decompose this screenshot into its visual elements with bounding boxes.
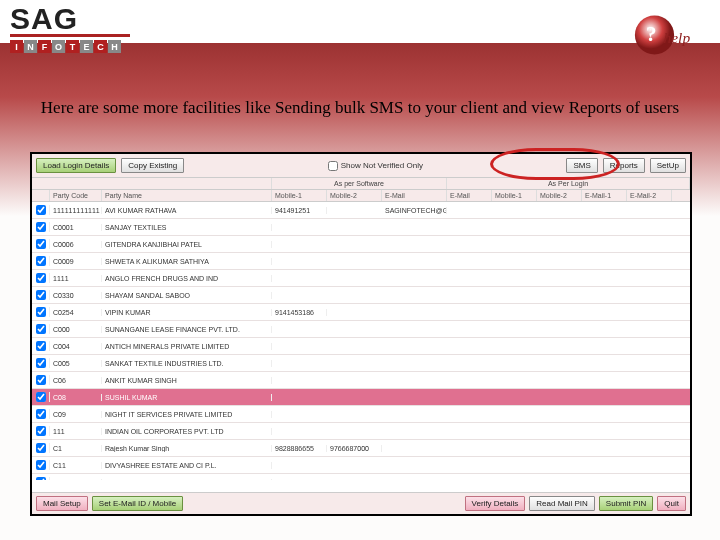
table-row[interactable]: C11DIVYASHREE ESTATE AND CI P.L. [32,457,690,474]
cell: C0009 [50,258,102,265]
col-mobile2b: Mobile-2 [537,190,582,201]
group-header-row: As per Software As Per Login [32,178,690,190]
load-login-button[interactable]: Load Login Details [36,158,116,173]
read-mail-pin-button[interactable]: Read Mail PIN [529,496,595,511]
cell: SUSHIL KUMAR [102,394,272,401]
quit-button[interactable]: Quit [657,496,686,511]
infotech-letter: I [10,40,23,53]
row-checkbox[interactable] [36,341,46,351]
table-row[interactable]: C004ANTICH MINERALS PRIVATE LIMITED [32,338,690,355]
cell [32,358,50,368]
cell [32,324,50,334]
cell: 111 [50,428,102,435]
cell: C12 [50,479,102,481]
help-label: help [664,29,691,46]
cell [32,273,50,283]
infotech-strip: INFOTECH [10,40,130,53]
cell: SANKAT TEXTILE INDUSTRIES LTD. [102,360,272,367]
cell: SHWETA K ALIKUMAR SATHIYA [102,258,272,265]
app-window: Load Login Details Copy Existing Show No… [30,152,692,516]
setup-button[interactable]: SetUp [650,158,686,173]
row-checkbox[interactable] [36,324,46,334]
table-row[interactable]: C0009SHWETA K ALIKUMAR SATHIYA [32,253,690,270]
col-party-code: Party Code [50,190,102,201]
cell [32,205,50,215]
group-login: As Per Login [447,178,690,189]
row-checkbox[interactable] [36,256,46,266]
col-email-b: E-Mail [447,190,492,201]
verify-details-button[interactable]: Verify Details [465,496,526,511]
row-checkbox[interactable] [36,273,46,283]
row-checkbox[interactable] [36,443,46,453]
table-row[interactable]: C0330SHAYAM SANDAL SABOO [32,287,690,304]
cell: C09 [50,411,102,418]
table-row[interactable]: C0006GITENDRA KANJIBHAI PATEL [32,236,690,253]
cell [32,239,50,249]
cell: 941491251 [272,207,327,214]
cell [32,477,50,480]
row-checkbox[interactable] [36,222,46,232]
col-email2b: E-Mail-2 [627,190,672,201]
data-grid[interactable]: 111111111111AVI KUMAR RATHAVA941491251SA… [32,202,690,480]
table-row[interactable]: C005SANKAT TEXTILE INDUSTRIES LTD. [32,355,690,372]
mail-setup-button[interactable]: Mail Setup [36,496,88,511]
table-row[interactable]: C1Rajesh Kumar Singh98288866559766687000 [32,440,690,457]
column-headers: Party Code Party Name Mobile-1 Mobile-2 … [32,190,690,202]
svg-text:?: ? [646,22,657,46]
infotech-letter: N [24,40,37,53]
cell: C1 [50,445,102,452]
cell [32,341,50,351]
table-row[interactable]: C12YASH-NIAK JOINT VENTURE [32,474,690,480]
row-checkbox[interactable] [36,205,46,215]
cell: SUNANGANE LEASE FINANCE PVT. LTD. [102,326,272,333]
cell: SAGINFOTECH@GMAIL. [382,207,447,214]
table-row[interactable]: C08SUSHIL KUMAR [32,389,690,406]
row-checkbox[interactable] [36,392,46,402]
cell: AVI KUMAR RATHAVA [102,207,272,214]
cell [32,409,50,419]
row-checkbox[interactable] [36,477,46,480]
table-row[interactable]: 111111111111AVI KUMAR RATHAVA941491251SA… [32,202,690,219]
cell: DIVYASHREE ESTATE AND CI P.L. [102,462,272,469]
cell: C004 [50,343,102,350]
table-row[interactable]: C000SUNANGANE LEASE FINANCE PVT. LTD. [32,321,690,338]
col-mobile2: Mobile-2 [327,190,382,201]
cell: C11 [50,462,102,469]
row-checkbox[interactable] [36,426,46,436]
table-row[interactable]: 111INDIAN OIL CORPORATES PVT. LTD [32,423,690,440]
cell: 1111 [50,275,102,282]
sms-button[interactable]: SMS [566,158,597,173]
cell: 111111111111 [50,207,102,214]
logo-text: SAG [10,4,130,37]
infotech-letter: F [38,40,51,53]
row-checkbox[interactable] [36,290,46,300]
reports-button[interactable]: Reports [603,158,645,173]
cell: 9766687000 [327,445,382,452]
row-checkbox[interactable] [36,409,46,419]
row-checkbox[interactable] [36,307,46,317]
table-row[interactable]: C0001SANJAY TEXTILES [32,219,690,236]
cell: C000 [50,326,102,333]
table-row[interactable]: C09NIGHT IT SERVICES PRIVATE LIMITED [32,406,690,423]
table-row[interactable]: C06ANKIT KUMAR SINGH [32,372,690,389]
show-not-verified-checkbox[interactable]: Show Not Verified Only [328,161,423,171]
cell: Rajesh Kumar Singh [102,445,272,452]
row-checkbox[interactable] [36,460,46,470]
row-checkbox[interactable] [36,239,46,249]
copy-existing-button[interactable]: Copy Existing [121,158,184,173]
cell: C0330 [50,292,102,299]
cell: ANGLO FRENCH DRUGS AND IND [102,275,272,282]
cell [32,426,50,436]
set-email-mobile-button[interactable]: Set E-Mail ID / Mobile [92,496,183,511]
col-mobile1b: Mobile-1 [492,190,537,201]
top-toolbar: Load Login Details Copy Existing Show No… [32,154,690,178]
infotech-letter: O [52,40,65,53]
cell: ANKIT KUMAR SINGH [102,377,272,384]
table-row[interactable]: C0254VIPIN KUMAR9141453186 [32,304,690,321]
table-row[interactable]: 1111ANGLO FRENCH DRUGS AND IND [32,270,690,287]
col-email: E-Mail [382,190,447,201]
help-icon: ? help [630,10,700,60]
submit-pin-button[interactable]: Submit PIN [599,496,653,511]
row-checkbox[interactable] [36,358,46,368]
row-checkbox[interactable] [36,375,46,385]
